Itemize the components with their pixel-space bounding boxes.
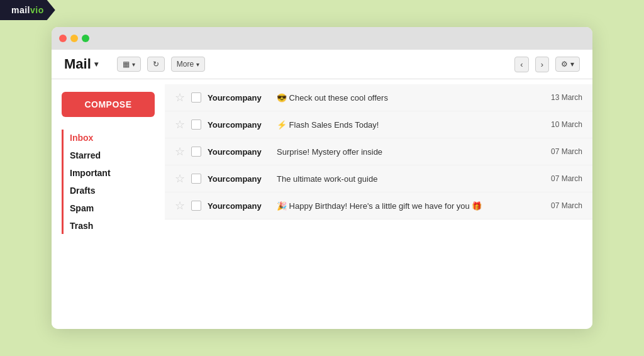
star-icon[interactable]: ☆ bbox=[175, 118, 185, 131]
email-checkbox[interactable] bbox=[191, 201, 201, 211]
table-row[interactable]: ☆ Yourcompany 😎 Check out these cool off… bbox=[165, 84, 592, 111]
app-background: mailvio Mail ▾ ▦ ▾ ↻ bbox=[0, 0, 644, 356]
email-checkbox[interactable] bbox=[191, 120, 201, 130]
email-sender: Yourcompany bbox=[208, 93, 270, 103]
browser-titlebar bbox=[52, 27, 592, 50]
table-row[interactable]: ☆ Yourcompany The ultimate work-out guid… bbox=[165, 165, 592, 192]
sidebar-item-drafts[interactable]: Drafts bbox=[70, 182, 155, 199]
email-sender: Yourcompany bbox=[208, 120, 270, 130]
next-icon: › bbox=[541, 60, 543, 69]
logo-mail: mail bbox=[11, 5, 30, 15]
sidebar-item-spam[interactable]: Spam bbox=[70, 200, 155, 216]
next-button[interactable]: › bbox=[535, 57, 549, 72]
sidebar-nav: Inbox Starred Important Drafts Spam Tras… bbox=[62, 130, 155, 234]
traffic-light-red[interactable] bbox=[59, 35, 67, 42]
email-subject: The ultimate work-out guide bbox=[277, 174, 532, 184]
mail-title-arrow[interactable]: ▾ bbox=[94, 60, 98, 69]
email-checkbox[interactable] bbox=[191, 92, 201, 103]
compose-button[interactable]: COMPOSE bbox=[62, 92, 155, 117]
email-sender: Yourcompany bbox=[208, 147, 270, 157]
sidebar-item-important[interactable]: Important bbox=[70, 165, 155, 181]
star-icon[interactable]: ☆ bbox=[175, 199, 185, 213]
email-subject: Surprise! Mystery offer inside bbox=[277, 147, 532, 157]
star-icon[interactable]: ☆ bbox=[175, 145, 185, 159]
star-icon[interactable]: ☆ bbox=[175, 172, 185, 186]
mail-toolbar: Mail ▾ ▦ ▾ ↻ More ▾ ‹ bbox=[52, 50, 592, 79]
email-subject: 🎉 Happy Birthday! Here's a little gift w… bbox=[277, 201, 532, 211]
prev-icon: ‹ bbox=[520, 60, 523, 69]
sidebar-item-inbox[interactable]: Inbox bbox=[70, 130, 155, 146]
logo-vio: vio bbox=[30, 5, 44, 15]
prev-button[interactable]: ‹ bbox=[514, 57, 528, 72]
email-sender: Yourcompany bbox=[208, 174, 270, 184]
settings-icon: ⚙ bbox=[561, 60, 568, 69]
mail-title: Mail ▾ bbox=[64, 56, 98, 72]
table-row[interactable]: ☆ Yourcompany ⚡ Flash Sales Ends Today! … bbox=[165, 111, 592, 138]
browser-content: Mail ▾ ▦ ▾ ↻ More ▾ ‹ bbox=[52, 50, 592, 329]
email-sender: Yourcompany bbox=[208, 201, 270, 211]
mail-sidebar: COMPOSE Inbox Starred Important Drafts S… bbox=[52, 79, 165, 329]
more-arrow: ▾ bbox=[196, 61, 199, 68]
traffic-light-green[interactable] bbox=[82, 35, 89, 42]
star-icon[interactable]: ☆ bbox=[175, 91, 185, 104]
email-subject: 😎 Check out these cool offers bbox=[277, 93, 532, 103]
layout-arrow: ▾ bbox=[132, 61, 135, 68]
email-date: 10 March bbox=[538, 120, 582, 129]
logo-banner: mailvio bbox=[0, 0, 55, 20]
mail-title-text: Mail bbox=[64, 56, 91, 72]
mail-main: COMPOSE Inbox Starred Important Drafts S… bbox=[52, 79, 592, 329]
more-button[interactable]: More ▾ bbox=[171, 57, 205, 72]
layout-button[interactable]: ▦ ▾ bbox=[117, 57, 141, 72]
email-date: 07 March bbox=[538, 174, 582, 183]
email-checkbox[interactable] bbox=[191, 147, 201, 157]
settings-arrow: ▾ bbox=[570, 60, 574, 69]
refresh-icon: ↻ bbox=[153, 60, 159, 69]
table-row[interactable]: ☆ Yourcompany Surprise! Mystery offer in… bbox=[165, 138, 592, 165]
traffic-light-yellow[interactable] bbox=[70, 35, 78, 42]
browser-window: Mail ▾ ▦ ▾ ↻ More ▾ ‹ bbox=[52, 27, 592, 329]
email-date: 07 March bbox=[538, 147, 582, 156]
layout-icon: ▦ bbox=[123, 60, 130, 69]
email-checkbox[interactable] bbox=[191, 174, 201, 184]
email-date: 07 March bbox=[538, 201, 582, 210]
email-date: 13 March bbox=[538, 93, 582, 102]
email-subject: ⚡ Flash Sales Ends Today! bbox=[277, 120, 532, 130]
sidebar-item-starred[interactable]: Starred bbox=[70, 147, 155, 164]
refresh-button[interactable]: ↻ bbox=[147, 57, 165, 72]
table-row[interactable]: ☆ Yourcompany 🎉 Happy Birthday! Here's a… bbox=[165, 192, 592, 220]
sidebar-item-trash[interactable]: Trash bbox=[70, 218, 155, 234]
more-label: More bbox=[177, 60, 194, 69]
settings-button[interactable]: ⚙ ▾ bbox=[555, 57, 580, 72]
email-list: ☆ Yourcompany 😎 Check out these cool off… bbox=[165, 79, 592, 329]
